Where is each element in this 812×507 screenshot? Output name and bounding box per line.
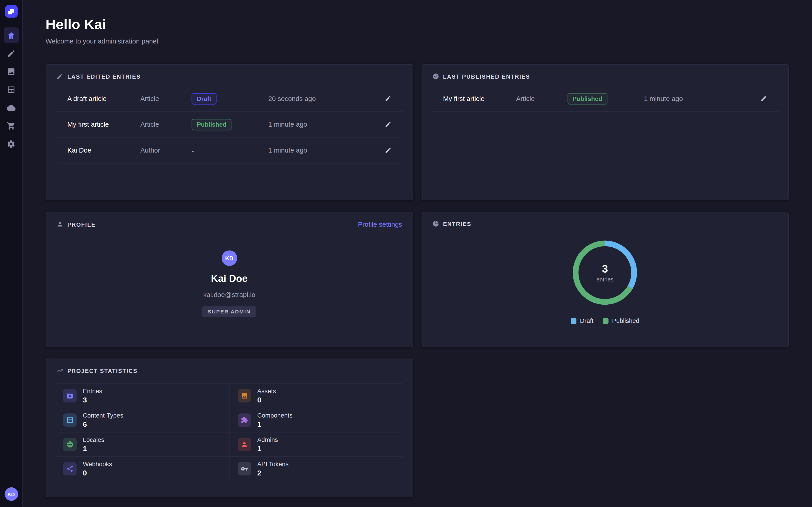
check-circle-icon (432, 73, 439, 80)
home-icon (7, 31, 15, 40)
entry-time: 1 minute ago (268, 147, 380, 154)
main-content: Hello Kai Welcome to your administration… (23, 0, 812, 507)
card-title: LAST PUBLISHED ENTRIES (443, 73, 530, 79)
strapi-logo-icon (7, 8, 15, 15)
edit-entry-button[interactable] (380, 121, 391, 128)
stat-assets: Assets0 (230, 384, 402, 408)
entries-total-label: entries (596, 276, 613, 283)
stats-grid: Entries3 Assets0 Content-Types6 Componen… (56, 383, 402, 481)
entry-time: 1 minute ago (268, 121, 380, 128)
entry-name: My first article (443, 95, 516, 102)
stat-value: 1 (257, 420, 292, 428)
chart-legend: Draft Published (571, 317, 640, 324)
stat-value: 1 (257, 444, 278, 453)
status-badge: Draft (192, 93, 216, 104)
card-title: ENTRIES (443, 221, 471, 227)
sidebar-item-marketplace[interactable] (3, 118, 19, 133)
user-icon (56, 221, 63, 228)
stat-value: 0 (257, 396, 276, 404)
user-avatar[interactable]: KD (4, 488, 18, 501)
strapi-logo[interactable] (5, 5, 17, 17)
status-badge: Published (192, 119, 232, 130)
stat-value: 2 (257, 469, 289, 477)
profile-email: kai.doe@strapi.io (203, 291, 255, 298)
legend-swatch-published (603, 318, 608, 324)
stat-value: 1 (83, 444, 104, 453)
stat-admins: Admins1 (230, 433, 402, 457)
last-published-table: My first article Article Published 1 min… (432, 86, 778, 112)
pencil-icon (7, 49, 15, 58)
stat-label: Content-Types (83, 412, 123, 419)
edit-entry-button[interactable] (380, 95, 391, 102)
sidebar-item-content-manager[interactable] (3, 46, 19, 61)
table-row: A draft article Article Draft 20 seconds… (56, 86, 402, 112)
entry-type: Article (140, 95, 192, 102)
pencil-icon (56, 73, 63, 80)
sidebar-divider (4, 23, 18, 23)
globe-icon (66, 441, 73, 448)
profile-name: Kai Doe (211, 273, 247, 285)
entry-time: 20 seconds ago (268, 95, 380, 102)
edit-entry-button[interactable] (756, 95, 767, 102)
stat-label: Admins (257, 436, 278, 443)
entries-donut-chart: 3 entries (573, 241, 637, 305)
webhook-icon (66, 465, 73, 472)
stat-webhooks: Webhooks0 (56, 457, 229, 481)
stat-label: API Tokens (257, 460, 289, 467)
sidebar: KD (0, 0, 23, 507)
puzzle-icon (241, 416, 248, 424)
image-icon (241, 392, 248, 399)
profile-card: PROFILE Profile settings KD Kai Doe kai.… (46, 212, 413, 347)
sidebar-item-home[interactable] (3, 27, 19, 43)
sidebar-item-content-type-builder[interactable] (3, 82, 19, 97)
legend-item-draft: Draft (571, 317, 594, 324)
stat-label: Components (257, 412, 292, 419)
cloud-icon (7, 103, 15, 112)
pencil-icon (385, 121, 391, 128)
project-statistics-card: PROJECT STATISTICS Entries3 Assets0 Cont… (46, 358, 413, 497)
sidebar-item-media-library[interactable] (3, 64, 19, 79)
card-title: PROFILE (67, 221, 96, 228)
pie-chart-icon (432, 220, 439, 227)
key-icon (241, 465, 248, 472)
table-row: Kai Doe Author - 1 minute ago (56, 138, 402, 164)
user-icon (241, 441, 248, 448)
last-edited-entries-card: LAST EDITED ENTRIES A draft article Arti… (46, 64, 413, 200)
page-subtitle: Welcome to your administration panel (46, 37, 789, 45)
pencil-icon (385, 95, 391, 102)
sidebar-item-deployments[interactable] (3, 100, 19, 115)
status-badge: Published (567, 93, 607, 104)
stat-label: Locales (83, 436, 104, 443)
cart-icon (7, 121, 15, 130)
entry-type: Author (140, 147, 192, 154)
layout-icon (66, 416, 73, 424)
card-title: PROJECT STATISTICS (67, 368, 137, 374)
page-header: Hello Kai Welcome to your administration… (46, 16, 789, 45)
stat-value: 0 (83, 469, 112, 477)
last-published-entries-card: LAST PUBLISHED ENTRIES My first article … (421, 64, 789, 200)
entry-name: My first article (67, 121, 140, 128)
last-edited-table: A draft article Article Draft 20 seconds… (56, 86, 402, 163)
edit-entry-button[interactable] (380, 147, 391, 154)
profile-settings-link[interactable]: Profile settings (358, 220, 402, 228)
stat-label: Assets (257, 388, 276, 395)
box-icon (66, 392, 73, 399)
table-row: My first article Article Published 1 min… (432, 86, 778, 112)
entries-total: 3 (602, 263, 608, 275)
stat-components: Components1 (230, 408, 402, 433)
stat-locales: Locales1 (56, 433, 229, 457)
entry-time: 1 minute ago (644, 95, 756, 102)
sidebar-item-settings[interactable] (3, 136, 19, 152)
table-row: My first article Article Published 1 min… (56, 112, 402, 138)
app-window: KD Hello Kai Welcome to your administrat… (0, 0, 812, 507)
legend-swatch-draft (571, 318, 576, 324)
legend-item-published: Published (603, 317, 639, 324)
stat-content-types: Content-Types6 (56, 408, 229, 433)
pencil-icon (760, 95, 767, 102)
avatar: KD (221, 250, 237, 266)
pencil-icon (385, 147, 391, 154)
entries-card: ENTRIES 3 entries Draft (421, 212, 789, 347)
layout-icon (7, 85, 15, 94)
stat-api-tokens: API Tokens2 (230, 457, 402, 481)
stat-entries: Entries3 (56, 384, 229, 408)
